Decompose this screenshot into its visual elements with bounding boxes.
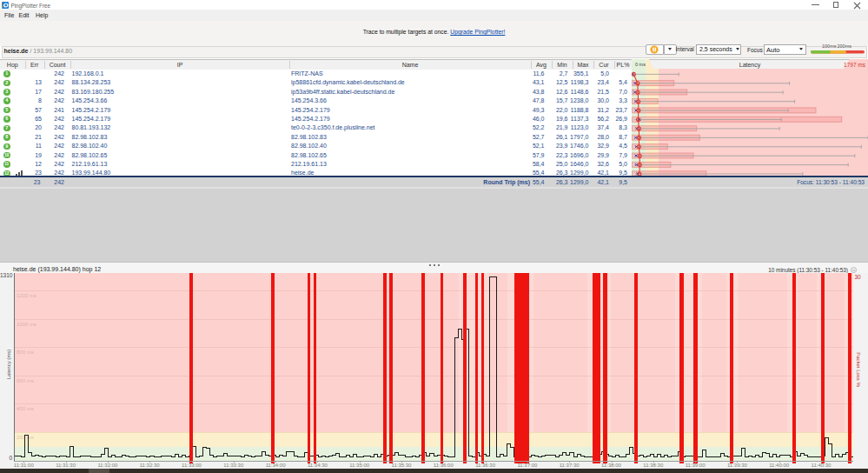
- svg-text:800 ms: 800 ms: [17, 350, 34, 355]
- svg-text:600 ms: 600 ms: [17, 378, 34, 383]
- svg-text:1000 ms: 1000 ms: [17, 322, 36, 327]
- svg-text:400 ms: 400 ms: [17, 406, 34, 411]
- svg-text:1200 ms: 1200 ms: [17, 293, 36, 298]
